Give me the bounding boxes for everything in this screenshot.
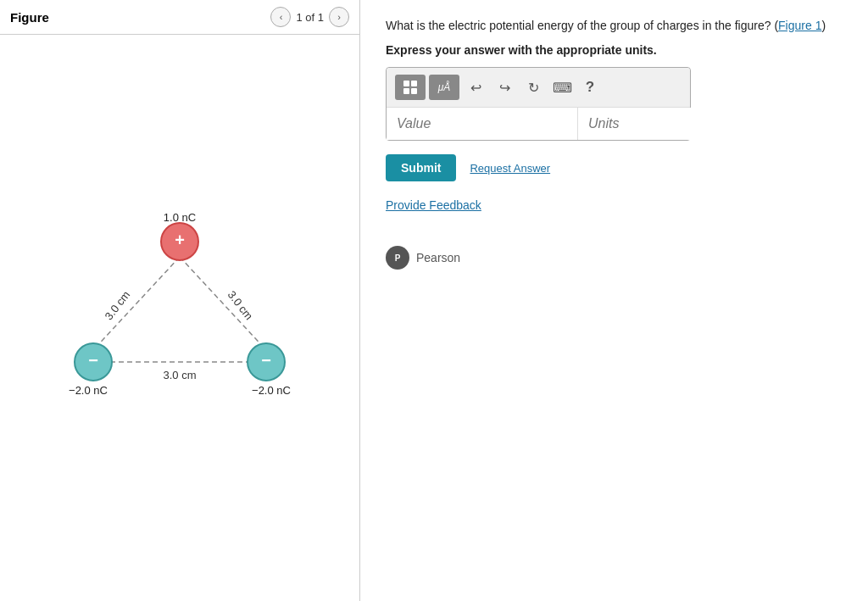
units-input[interactable]	[578, 108, 769, 140]
svg-line-1	[180, 257, 266, 350]
mu-button[interactable]: μÅ	[429, 75, 459, 100]
undo-button[interactable]: ↩	[463, 75, 488, 100]
svg-rect-17	[403, 88, 409, 94]
grid-icon	[403, 80, 418, 95]
svg-rect-16	[411, 81, 417, 86]
refresh-button[interactable]: ↻	[520, 75, 546, 100]
figure-content: + 1.0 nC − −2.0 nC − −2.0 nC 3.0 cm 3.0 …	[0, 35, 359, 601]
svg-text:3.0 cm: 3.0 cm	[103, 288, 133, 322]
mu-label: μÅ	[438, 81, 451, 93]
keyboard-icon: ⌨	[553, 80, 572, 96]
submit-button[interactable]: Submit	[386, 154, 456, 181]
redo-button[interactable]: ↪	[492, 75, 517, 100]
svg-rect-18	[411, 88, 417, 94]
svg-text:−2.0 nC: −2.0 nC	[252, 384, 291, 397]
question-text: What is the electric potential energy of…	[386, 17, 843, 35]
right-panel: What is the electric potential energy of…	[360, 0, 868, 601]
redo-icon: ↪	[499, 80, 510, 96]
figure-title: Figure	[10, 10, 49, 25]
svg-line-0	[93, 257, 180, 350]
svg-text:+: +	[175, 231, 185, 249]
keyboard-button[interactable]: ⌨	[549, 75, 575, 100]
figure-link[interactable]: Figure 1	[778, 19, 821, 32]
svg-text:3.0 cm: 3.0 cm	[163, 369, 196, 381]
answer-box: μÅ ↩ ↪ ↻ ⌨ ?	[386, 67, 691, 141]
answer-actions: Submit Request Answer	[386, 154, 843, 181]
figure-nav: ‹ 1 of 1 ›	[270, 7, 349, 27]
svg-text:−2.0 nC: −2.0 nC	[69, 384, 108, 397]
svg-rect-15	[403, 81, 409, 86]
request-answer-button[interactable]: Request Answer	[470, 162, 550, 175]
svg-text:−: −	[88, 351, 98, 370]
undo-icon: ↩	[470, 80, 481, 96]
charge-diagram: + 1.0 nC − −2.0 nC − −2.0 nC 3.0 cm 3.0 …	[36, 191, 324, 445]
pearson-logo: P	[386, 246, 409, 270]
question-body: What is the electric potential energy of…	[386, 19, 771, 32]
answer-toolbar: μÅ ↩ ↪ ↻ ⌨ ?	[387, 68, 690, 108]
help-button[interactable]: ?	[578, 75, 602, 99]
help-icon: ?	[586, 79, 594, 96]
next-button[interactable]: ›	[329, 7, 349, 27]
left-panel: Figure ‹ 1 of 1 › + 1.0 nC − −2.0 nC − −…	[0, 0, 360, 601]
prev-button[interactable]: ‹	[270, 7, 291, 27]
answer-inputs	[387, 108, 690, 140]
refresh-icon: ↻	[528, 80, 539, 96]
instruction-text: Express your answer with the appropriate…	[386, 43, 843, 57]
figure-header: Figure ‹ 1 of 1 ›	[0, 0, 359, 35]
pearson-label: Pearson	[416, 251, 460, 264]
feedback-link[interactable]: Provide Feedback	[386, 198, 843, 212]
svg-text:1.0 nC: 1.0 nC	[164, 211, 196, 224]
svg-text:3.0 cm: 3.0 cm	[225, 288, 256, 322]
nav-count: 1 of 1	[296, 11, 324, 24]
svg-text:−: −	[261, 351, 271, 370]
value-input[interactable]	[387, 108, 578, 140]
pearson-footer: P Pearson	[386, 246, 843, 270]
grid-button[interactable]	[395, 75, 426, 100]
